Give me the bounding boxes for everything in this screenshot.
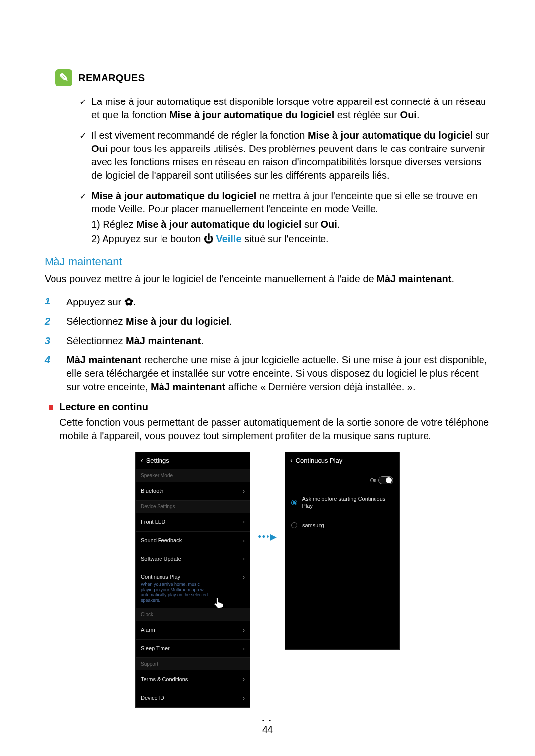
row-front-led[interactable]: Front LED› (136, 513, 250, 531)
chevron-right-icon: › (243, 555, 245, 563)
section-title-update-now: MàJ maintenant (45, 254, 490, 269)
page-number: • • 44 (0, 717, 535, 737)
step-4: MàJ maintenant recherche une mise à jour… (45, 353, 490, 394)
section-intro: Vous pouvez mettre à jour le logiciel de… (45, 272, 490, 286)
section-speaker-mode: Speaker Mode (136, 469, 250, 482)
phone2-header[interactable]: ‹ Continuous Play (285, 452, 399, 469)
row-sound-feedback[interactable]: Sound Feedback› (136, 532, 250, 550)
note-substep-1: 1) Réglez Mise à jour automatique du log… (91, 218, 490, 231)
step-1: Appuyez sur ✿. (45, 295, 490, 309)
notes-icon (55, 69, 72, 86)
chevron-right-icon: › (243, 573, 245, 581)
notes-heading: REMARQUES (78, 71, 145, 85)
back-icon[interactable]: ‹ (141, 456, 143, 465)
continuous-play-toggle[interactable] (378, 476, 393, 484)
row-alarm[interactable]: Alarm› (136, 621, 250, 640)
option-ask-before[interactable]: Ask me before starting Continuous Play (285, 489, 399, 516)
row-terms[interactable]: Terms & Conditions› (136, 670, 250, 689)
screenshot-settings: ‹ Settings Speaker Mode Bluetooth› Devic… (135, 452, 250, 707)
toggle-label-on: On (370, 477, 376, 484)
power-icon: ⏻ (204, 233, 216, 244)
chevron-right-icon: › (243, 537, 245, 545)
step-3: Sélectionnez MàJ maintenant. (45, 334, 490, 348)
bullet-body: Cette fonction vous permettant de passer… (59, 416, 490, 443)
transition-arrow: •••▶ (250, 531, 285, 543)
row-continuous-play-sub: When you arrive home, music playing in y… (141, 582, 215, 603)
chevron-right-icon: › (243, 645, 245, 653)
row-sleep-timer[interactable]: Sleep Timer› (136, 640, 250, 658)
phone1-header[interactable]: ‹ Settings (136, 452, 250, 469)
chevron-right-icon: › (243, 694, 245, 702)
note-item: Il est vivement recommandé de régler la … (79, 129, 490, 182)
row-device-id[interactable]: Device ID› (136, 689, 250, 707)
section-clock: Clock (136, 608, 250, 621)
steps-list: Appuyez sur ✿. Sélectionnez Mise à jour … (45, 295, 490, 394)
section-device-settings: Device Settings (136, 501, 250, 513)
chevron-right-icon: › (243, 626, 245, 634)
row-software-update[interactable]: Software Update› (136, 550, 250, 568)
row-bluetooth[interactable]: Bluetooth› (136, 482, 250, 501)
chevron-right-icon: › (243, 518, 245, 526)
row-continuous-play[interactable]: Continuous Play When you arrive home, mu… (136, 568, 250, 608)
chevron-right-icon: › (243, 675, 245, 683)
step-2: Sélectionnez Mise à jour du logiciel. (45, 315, 490, 328)
radio-on-icon (291, 500, 297, 505)
red-bullet-icon (49, 405, 54, 410)
note-substep-2: 2) Appuyez sur le bouton ⏻ Veille situé … (91, 232, 490, 246)
back-icon[interactable]: ‹ (290, 456, 293, 465)
radio-off-icon (291, 522, 297, 528)
section-support: Support (136, 658, 250, 671)
bullet-continuous-play: Lecture en continu (49, 401, 490, 414)
gear-icon: ✿ (124, 296, 133, 308)
notes-list: La mise à jour automatique est disponibl… (45, 95, 490, 246)
note-item: Mise à jour automatique du logiciel ne m… (79, 189, 490, 246)
note-item: La mise à jour automatique est disponibl… (79, 95, 490, 122)
chevron-right-icon: › (243, 487, 245, 495)
screenshot-continuous-play: ‹ Continuous Play On Ask me before start… (285, 452, 400, 650)
option-samsung[interactable]: samsung (285, 516, 399, 535)
hand-pointer-icon (212, 596, 226, 610)
standby-label: Veille (216, 233, 241, 244)
